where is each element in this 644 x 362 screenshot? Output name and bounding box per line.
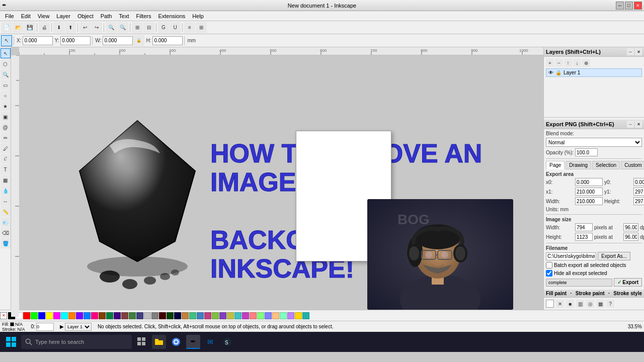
color-swatch[interactable] xyxy=(174,312,181,319)
task-view-btn[interactable] xyxy=(135,335,149,349)
color-swatch[interactable] xyxy=(272,312,279,319)
fill-unknown-btn[interactable]: ? xyxy=(606,300,614,308)
export-button[interactable]: ✓ Export xyxy=(614,278,642,287)
color-swatch[interactable] xyxy=(61,312,68,319)
color-swatch[interactable] xyxy=(99,312,106,319)
steam-btn[interactable]: S xyxy=(220,335,234,349)
h-input[interactable]: 0.000 xyxy=(152,36,183,45)
add-layer-btn[interactable]: + xyxy=(546,59,554,67)
menu-path[interactable]: Path xyxy=(98,12,115,20)
filename-input[interactable]: C:\Users\skygo\bitmap.png xyxy=(546,252,596,260)
blend-mode-select[interactable]: Normal Multiply Screen xyxy=(546,138,642,147)
redo-btn[interactable]: ↪ xyxy=(91,22,102,33)
color-swatch[interactable] xyxy=(38,312,45,319)
duplicate-layer-btn[interactable]: ⊕ xyxy=(582,59,590,67)
color-swatch[interactable] xyxy=(197,312,204,319)
x-input[interactable]: 0.000 xyxy=(23,36,53,45)
fill-linear-btn[interactable]: ▥ xyxy=(576,300,584,308)
color-swatch[interactable] xyxy=(136,312,143,319)
inkscape-taskbar-btn[interactable]: ✒ xyxy=(186,335,200,349)
color-swatch[interactable] xyxy=(295,312,302,319)
color-swatch[interactable] xyxy=(91,312,98,319)
maximize-button[interactable]: □ xyxy=(625,2,633,10)
color-swatch[interactable] xyxy=(242,312,249,319)
color-swatch[interactable] xyxy=(265,312,272,319)
select-tool-indicator[interactable]: ↖ xyxy=(1,35,12,46)
color-swatch[interactable] xyxy=(159,312,166,319)
opacity-status-input[interactable]: 0 xyxy=(36,323,54,331)
color-swatch[interactable] xyxy=(46,312,53,319)
zoom-in-btn[interactable]: 🔍 xyxy=(106,22,117,33)
zoom-out-btn[interactable]: 🔍 xyxy=(117,22,128,33)
width-input[interactable]: 210.000 xyxy=(575,197,603,205)
color-swatch[interactable] xyxy=(84,312,91,319)
fill-tool[interactable]: 🪣 xyxy=(1,238,11,248)
deselect-btn[interactable]: ⊟ xyxy=(143,22,154,33)
panel-collapse-btn[interactable]: ─ xyxy=(627,48,634,55)
w-input[interactable]: 0.000 xyxy=(103,36,133,45)
img-width-input[interactable]: 794 xyxy=(575,223,593,231)
align-btn[interactable]: ≡ xyxy=(184,22,195,33)
3d-box-tool[interactable]: ▣ xyxy=(1,112,11,122)
chrome-btn[interactable] xyxy=(169,335,183,349)
color-swatch[interactable] xyxy=(23,312,30,319)
spiral-tool[interactable]: @ xyxy=(1,122,11,132)
color-swatch[interactable] xyxy=(227,312,234,319)
height-input[interactable]: 297.000 xyxy=(633,197,644,205)
rect-tool[interactable]: ▭ xyxy=(1,80,11,90)
dpi-w-input[interactable]: 96.00 xyxy=(623,223,638,231)
menu-layer[interactable]: Layer xyxy=(53,12,73,20)
y-input[interactable]: 0.000 xyxy=(60,36,91,45)
color-swatch[interactable] xyxy=(68,312,75,319)
minimize-button[interactable]: ─ xyxy=(616,2,624,10)
save-btn[interactable]: 💾 xyxy=(24,22,35,33)
export-btn[interactable]: ⬆ xyxy=(65,22,76,33)
ungroup-btn[interactable]: U xyxy=(170,22,181,33)
color-swatch[interactable] xyxy=(234,312,242,319)
star-tool[interactable]: ★ xyxy=(1,101,11,111)
zoom-tool[interactable]: 🔍 xyxy=(1,69,11,79)
node-tool[interactable]: ⬡ xyxy=(1,59,11,69)
open-btn[interactable]: 📂 xyxy=(13,22,24,33)
menu-help[interactable]: Help xyxy=(189,12,207,20)
color-swatch[interactable] xyxy=(302,312,309,319)
menu-text[interactable]: Text xyxy=(116,12,132,20)
new-btn[interactable]: 📄 xyxy=(1,22,12,33)
y0-input[interactable]: 0.000 xyxy=(633,178,644,186)
color-swatch[interactable] xyxy=(189,312,196,319)
tab-page[interactable]: Page xyxy=(546,161,565,169)
tab-drawing[interactable]: Drawing xyxy=(566,161,591,169)
move-layer-up-btn[interactable]: ↑ xyxy=(564,59,572,67)
color-swatch[interactable] xyxy=(144,312,151,319)
tab-selection[interactable]: Selection xyxy=(592,161,620,169)
color-swatch[interactable] xyxy=(182,312,189,319)
tab-custom[interactable]: Custom xyxy=(621,161,644,169)
y1-input[interactable]: 297.000 xyxy=(633,188,644,196)
color-swatch[interactable] xyxy=(129,312,136,319)
export-panel-close-btn[interactable]: ✕ xyxy=(635,121,642,128)
eraser-tool[interactable]: ⌫ xyxy=(1,228,11,238)
color-swatch[interactable] xyxy=(106,312,113,319)
move-layer-down-btn[interactable]: ↓ xyxy=(573,59,581,67)
taskbar-search-box[interactable]: Type here to search xyxy=(21,335,132,349)
no-color-swatch[interactable]: ✕ xyxy=(0,312,7,319)
fill-flat-btn[interactable]: ■ xyxy=(566,300,574,308)
start-button[interactable] xyxy=(4,335,18,349)
export-as-button[interactable]: Export As... xyxy=(598,252,630,260)
img-height-input[interactable]: 1123 xyxy=(575,233,593,241)
menu-edit[interactable]: Edit xyxy=(18,12,34,20)
text-tool[interactable]: T xyxy=(1,164,11,174)
layer-item[interactable]: 👁 🔒 Layer 1 xyxy=(546,68,642,77)
hide-except-checkbox[interactable] xyxy=(546,270,552,277)
dropper-tool[interactable]: 💧 xyxy=(1,186,11,196)
fill-color-swatch[interactable] xyxy=(546,300,554,308)
gradient-tool[interactable]: ▦ xyxy=(1,175,11,185)
color-swatch[interactable] xyxy=(31,312,38,319)
measure-tool[interactable]: 📏 xyxy=(1,207,11,217)
fill-none-btn[interactable]: ✕ xyxy=(556,300,564,308)
layer-select[interactable]: Layer 1 xyxy=(65,323,92,331)
mail-btn[interactable]: ✉ xyxy=(203,335,217,349)
file-explorer-btn[interactable] xyxy=(152,335,166,349)
canvas[interactable]: HOW TO REMOVE AN IMAGE BACKGROUND USING … xyxy=(19,55,543,310)
group-btn[interactable]: G xyxy=(158,22,169,33)
